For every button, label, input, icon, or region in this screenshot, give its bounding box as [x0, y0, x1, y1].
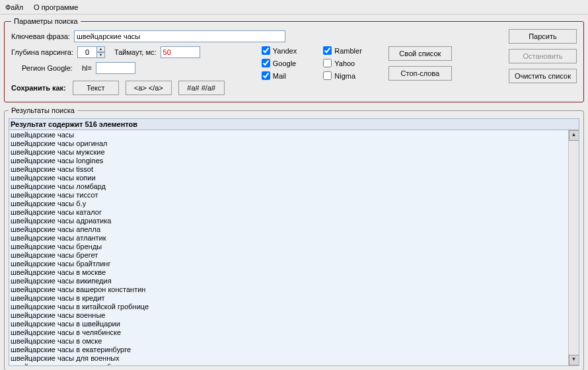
engine-yandex-label: Yandex [273, 47, 297, 55]
hl-input[interactable] [96, 62, 135, 74]
list-item[interactable]: швейцарские часы оригинал [11, 139, 567, 148]
save-as-label: Сохранить как: [11, 84, 66, 92]
engine-yahoo[interactable]: Yahoo [323, 59, 362, 67]
list-item[interactable]: швейцарские часы мужские [11, 148, 567, 157]
depth-input[interactable] [77, 46, 97, 58]
timeout-label: Таймаут, мс: [114, 48, 157, 56]
engine-nigma-label: Nigma [334, 72, 355, 80]
list-item[interactable]: швейцарские часы в китайской гробнице [11, 303, 567, 311]
own-list-button[interactable]: Свой список [388, 46, 452, 61]
results-legend: Результаты поиска [9, 106, 77, 114]
list-item[interactable]: швейцарские часы вашерон константин [11, 285, 567, 294]
scroll-track[interactable] [569, 141, 579, 355]
hl-label: hl= [82, 64, 92, 72]
list-item[interactable]: швейцарские часы ломбард [11, 182, 567, 191]
results-caption: Результат содержит 516 элементов [9, 118, 579, 130]
list-item[interactable]: швейцарские часы в екатеринбурге [11, 346, 567, 354]
list-item[interactable]: швейцарские часы в челябинске [11, 328, 567, 337]
list-item[interactable]: швейцарские часы тиссот [11, 191, 567, 200]
stop-button[interactable]: Остановить [509, 49, 577, 63]
engine-mail-label: Mail [273, 72, 286, 80]
engine-google-checkbox[interactable] [262, 59, 270, 67]
save-hash-button[interactable]: #a# #/a# [178, 81, 225, 95]
engine-yahoo-label: Yahoo [334, 59, 355, 67]
list-item[interactable]: швейцарские часы в швейцарии [11, 320, 567, 328]
parse-button[interactable]: Парсить [509, 29, 577, 44]
engine-rambler[interactable]: Rambler [323, 46, 362, 55]
engine-yandex-checkbox[interactable] [262, 46, 270, 55]
region-label: Регион Google: [22, 64, 73, 72]
depth-down-icon[interactable]: ▼ [96, 52, 105, 58]
menubar: Файл О программе [0, 0, 588, 15]
timeout-input[interactable] [161, 46, 200, 58]
list-item[interactable]: швейцарские часы в москве [11, 268, 567, 277]
clear-list-button[interactable]: Очистить список [509, 69, 577, 83]
stopwords-button[interactable]: Стоп-слова [388, 66, 452, 81]
save-a-button[interactable]: <a> </a> [126, 81, 172, 95]
list-item[interactable]: швейцарские часы копии [11, 174, 567, 182]
engine-rambler-label: Rambler [334, 47, 362, 55]
results-list[interactable]: швейцарские часышвейцарские часы оригина… [9, 130, 579, 366]
engine-google[interactable]: Google [262, 59, 297, 67]
list-item[interactable]: швейцарские часы бренды [11, 242, 567, 251]
depth-up-icon[interactable]: ▲ [96, 46, 105, 52]
engine-google-label: Google [273, 59, 296, 67]
engine-mail[interactable]: Mail [262, 71, 297, 80]
list-item[interactable]: швейцарские часы военные [11, 311, 567, 320]
depth-label: Глубина парсинга: [11, 48, 73, 56]
engine-yandex[interactable]: Yandex [262, 46, 297, 55]
list-item[interactable]: швейцарские часы в кредит [11, 294, 567, 303]
list-item[interactable]: швейцарские часы каталог [11, 208, 567, 217]
scroll-down-icon[interactable]: ▼ [569, 355, 579, 365]
engine-nigma[interactable]: Nigma [323, 71, 362, 80]
list-item[interactable]: швейцарские часы википедия [11, 277, 567, 285]
search-params-group: Параметры поиска Ключевая фраза: Глубина… [4, 17, 584, 102]
results-scrollbar[interactable]: ▲ ▼ [568, 130, 579, 365]
engine-mail-checkbox[interactable] [262, 71, 270, 80]
list-item[interactable]: швейцарские часы апелла [11, 225, 567, 234]
list-item[interactable]: швейцарские часы в омске [11, 337, 567, 346]
menu-file[interactable]: Файл [5, 3, 23, 11]
list-item[interactable]: швейцарские часы атлантик [11, 234, 567, 242]
list-item[interactable]: швейцарские часы адриатика [11, 217, 567, 225]
list-item[interactable]: швейцарские часы tissot [11, 165, 567, 174]
search-params-legend: Параметры поиска [11, 17, 81, 25]
list-item[interactable]: швейцарские часы longines [11, 157, 567, 165]
keyphrase-input[interactable] [74, 30, 285, 42]
scroll-up-icon[interactable]: ▲ [569, 130, 579, 141]
keyphrase-label: Ключевая фраза: [11, 32, 70, 40]
list-item[interactable]: швейцарские часы б.у [11, 200, 567, 208]
list-item[interactable]: швейцарские часы брайтлинг [11, 260, 567, 268]
menu-about[interactable]: О программе [34, 3, 78, 11]
engine-yahoo-checkbox[interactable] [323, 59, 332, 67]
list-item[interactable]: швейцарские часы для военных [11, 354, 567, 363]
engine-rambler-checkbox[interactable] [323, 46, 332, 55]
save-text-button[interactable]: Текст [73, 81, 119, 95]
depth-spinner[interactable]: ▲ ▼ [77, 46, 105, 58]
engine-nigma-checkbox[interactable] [323, 71, 332, 80]
list-item[interactable]: швейцарские часы [11, 131, 567, 139]
results-group: Результаты поиска Результат содержит 516… [4, 106, 584, 370]
list-item[interactable]: швейцарские часы брегет [11, 251, 567, 260]
list-item[interactable]: швейцарские часы екатеринбург [11, 363, 567, 365]
